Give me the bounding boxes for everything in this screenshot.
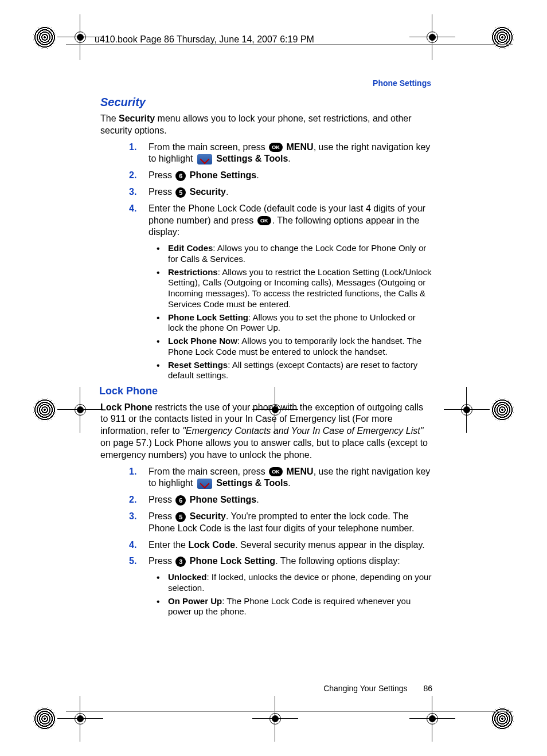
list-item: Edit Codes: Allows you to change the Loc… — [157, 243, 433, 265]
list-item: 4.Enter the Lock Code. Several security … — [129, 539, 433, 551]
list-item-text: Press 5 Security. You're prompted to ent… — [149, 511, 414, 533]
key-6-icon: 6 — [175, 495, 186, 506]
list-item: Reset Settings: All settings (except Con… — [157, 360, 433, 382]
key-5-icon: 5 — [175, 187, 186, 198]
list-item-text: Unlocked: If locked, unlocks the device … — [168, 572, 431, 593]
list-item: 1.From the main screen, press OK MENU, u… — [129, 466, 433, 490]
bullets-list-2: Unlocked: If locked, unlocks the device … — [157, 572, 433, 617]
list-item: Restrictions: Allows you to restrict the… — [157, 267, 433, 310]
page-content: Security The Security menu allows you to… — [100, 77, 433, 620]
key-3-icon: 3 — [175, 557, 186, 567]
print-mark-icon — [491, 707, 514, 730]
intro-paragraph: The Security menu allows you to lock you… — [100, 113, 433, 137]
list-item-text: Reset Settings: All settings (except Con… — [168, 360, 417, 381]
ok-key-icon: OK — [269, 467, 283, 476]
list-item-text: Enter the Phone Lock Code (default code … — [149, 203, 425, 237]
registration-target-icon — [264, 707, 287, 730]
list-item-text: On Power Up: The Phone Lock Code is requ… — [168, 596, 411, 617]
step-number: 1. — [129, 466, 136, 478]
print-mark-icon — [33, 398, 56, 421]
key-6-icon: 6 — [175, 171, 186, 181]
list-item-text: From the main screen, press OK MENU, use… — [149, 142, 430, 164]
registration-target-icon — [455, 398, 478, 421]
bullets-list-1: Edit Codes: Allows you to change the Loc… — [157, 243, 433, 381]
settings-tools-icon — [197, 154, 212, 164]
list-item: 1.From the main screen, press OK MENU, u… — [129, 142, 433, 166]
step-number: 3. — [129, 186, 136, 198]
heading-lock-phone: Lock Phone — [99, 385, 433, 398]
step-number: 3. — [129, 511, 136, 523]
list-item-text: Press 6 Phone Settings. — [149, 495, 259, 504]
header-stamp: u410.book Page 86 Thursday, June 14, 200… — [95, 34, 314, 45]
registration-target-icon — [69, 398, 92, 421]
step-number: 4. — [129, 203, 136, 215]
key-5-icon: 5 — [175, 512, 186, 522]
ok-key-icon: OK — [269, 143, 283, 152]
list-item-text: From the main screen, press OK MENU, use… — [149, 467, 430, 488]
list-item: Lock Phone Now: Allows you to temporaril… — [157, 336, 433, 358]
list-item-text: Press 3 Phone Lock Setting. The followin… — [149, 556, 400, 566]
registration-target-icon — [69, 707, 92, 730]
registration-target-icon — [421, 707, 444, 730]
footer-rule — [66, 711, 513, 712]
list-item: 4.Enter the Phone Lock Code (default cod… — [129, 203, 433, 238]
steps-list-1: 1.From the main screen, press OK MENU, u… — [129, 142, 433, 239]
step-number: 5. — [129, 555, 136, 567]
list-item: Unlocked: If locked, unlocks the device … — [157, 572, 433, 594]
footer-text: Changing Your Settings — [323, 684, 407, 693]
registration-target-icon — [69, 26, 92, 49]
step-number: 2. — [129, 494, 136, 506]
print-mark-icon — [33, 707, 56, 730]
list-item-text: Edit Codes: Allows you to change the Loc… — [168, 243, 426, 264]
list-item: 3.Press 5 Security. You're prompted to e… — [129, 511, 433, 535]
step-number: 4. — [129, 539, 136, 551]
list-item-text: Phone Lock Setting: Allows you to set th… — [168, 312, 416, 333]
footer-page-number: 86 — [423, 684, 432, 693]
list-item: 5.Press 3 Phone Lock Setting. The follow… — [129, 555, 433, 567]
steps-list-2: 1.From the main screen, press OK MENU, u… — [129, 466, 433, 568]
list-item-text: Restrictions: Allows you to restrict the… — [168, 267, 431, 309]
step-number: 1. — [129, 142, 136, 154]
page-footer: Changing Your Settings 86 — [323, 684, 432, 693]
lockphone-intro: Lock Phone restricts the use of your pho… — [100, 402, 433, 461]
settings-tools-icon — [197, 479, 212, 489]
list-item: 2.Press 6 Phone Settings. — [129, 170, 433, 182]
list-item-text: Press 5 Security. — [149, 187, 228, 197]
list-item-text: Press 6 Phone Settings. — [149, 170, 259, 180]
list-item: Phone Lock Setting: Allows you to set th… — [157, 312, 433, 334]
print-mark-icon — [491, 26, 514, 49]
list-item: 3.Press 5 Security. — [129, 186, 433, 198]
ok-key-icon: OK — [257, 216, 271, 225]
list-item-text: Lock Phone Now: Allows you to temporaril… — [168, 336, 421, 357]
list-item: On Power Up: The Phone Lock Code is requ… — [157, 596, 433, 618]
registration-target-icon — [421, 26, 444, 49]
list-item-text: Enter the Lock Code. Several security me… — [149, 540, 425, 550]
list-item: 2.Press 6 Phone Settings. — [129, 494, 433, 506]
step-number: 2. — [129, 170, 136, 182]
print-mark-icon — [491, 398, 514, 421]
print-mark-icon — [33, 26, 56, 49]
heading-security: Security — [100, 95, 433, 109]
